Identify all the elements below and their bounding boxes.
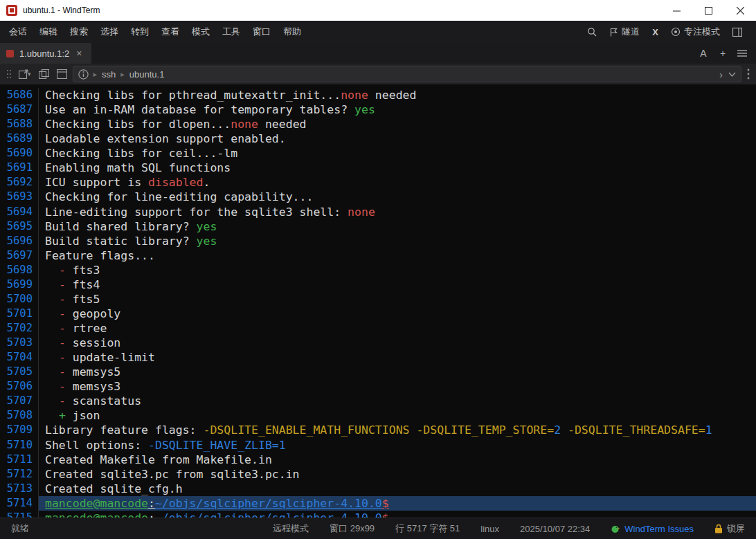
terminal-line: 5711Created Makefile from Makefile.in bbox=[0, 453, 756, 467]
line-text: Build shared library? yes bbox=[38, 219, 756, 234]
line-text: Library feature flags: -DSQLITE_ENABLE_M… bbox=[38, 423, 756, 437]
terminal-line: 5701 - geopoly bbox=[0, 307, 756, 321]
history-dropdown-icon[interactable] bbox=[728, 72, 736, 77]
go-chevron-icon[interactable]: › bbox=[719, 68, 723, 80]
windterm-issues-label: WindTerm Issues bbox=[624, 524, 694, 534]
line-number: 5708 bbox=[0, 408, 33, 423]
terminal-line: 5700 - fts5 bbox=[0, 292, 756, 307]
focus-mode-label: 专注模式 bbox=[684, 26, 720, 38]
tab-bar-right: A + bbox=[695, 43, 756, 64]
menu-item[interactable]: 窗口 bbox=[246, 21, 277, 43]
menu-item[interactable]: 编辑 bbox=[33, 21, 64, 43]
terminal-line: 5705 - memsys5 bbox=[0, 365, 756, 379]
tab-ubuntu-1[interactable]: 1.ubuntu.1:2 × bbox=[0, 43, 91, 64]
line-text: - scanstatus bbox=[38, 394, 756, 408]
breadcrumb-protocol[interactable]: ssh bbox=[102, 69, 116, 80]
line-number: 5706 bbox=[0, 379, 33, 394]
search-icon bbox=[587, 27, 597, 37]
terminal-line: 5715mancode@mancode:~/objs/sqlcipher/sql… bbox=[0, 511, 756, 518]
terminal-view[interactable]: 5686Checking libs for pthread_mutexattr_… bbox=[0, 84, 756, 518]
status-cursor-position[interactable]: 行 5717 字符 51 bbox=[395, 522, 460, 535]
terminal-line: 5692ICU support is disabled. bbox=[0, 175, 756, 190]
line-text: - memsys3 bbox=[38, 379, 756, 394]
duplicate-session-button[interactable] bbox=[37, 66, 51, 82]
menu-bar: 会话编辑搜索选择转到查看模式工具窗口帮助 隧道 X 专注模式 bbox=[0, 21, 756, 43]
open-session-button[interactable]: ▾ bbox=[17, 66, 33, 82]
lock-screen-button[interactable]: 锁屏 bbox=[714, 522, 745, 535]
maximize-button[interactable] bbox=[692, 0, 724, 21]
menu-bar-items: 会话编辑搜索选择转到查看模式工具窗口帮助 bbox=[3, 21, 307, 43]
duplicate-icon bbox=[39, 69, 49, 79]
line-text: Created sqlite3.pc from sqlite3.pc.in bbox=[38, 467, 756, 482]
menu-item[interactable]: 选择 bbox=[94, 21, 125, 43]
breadcrumb-host[interactable]: ubuntu.1 bbox=[129, 69, 165, 80]
terminal-line: 5690Checking libs for ceil...-lm bbox=[0, 146, 756, 161]
x-server-label: X bbox=[652, 27, 658, 37]
session-list-button[interactable] bbox=[734, 45, 750, 62]
font-size-button[interactable]: A bbox=[695, 45, 712, 62]
breadcrumb-arrow-icon: ▸ bbox=[93, 70, 98, 79]
close-icon bbox=[737, 7, 744, 15]
status-mode[interactable]: 远程模式 bbox=[273, 522, 309, 535]
line-number: 5703 bbox=[0, 336, 33, 350]
status-bar-right: 远程模式 窗口 29x99 行 5717 字符 51 linux 2025/10… bbox=[273, 522, 745, 535]
menu-item[interactable]: 转到 bbox=[125, 21, 155, 43]
line-text: Checking libs for pthread_mutexattr_init… bbox=[38, 88, 756, 102]
line-text: Checking libs for ceil...-lm bbox=[38, 146, 756, 161]
terminal-line: 5710Shell options: -DSQLITE_HAVE_ZLIB=1 bbox=[0, 438, 756, 453]
menu-item[interactable]: 模式 bbox=[186, 21, 216, 43]
line-text: mancode@mancode:~/objs/sqlcipher/sqlciph… bbox=[38, 511, 756, 518]
tunnel-button[interactable]: 隧道 bbox=[604, 23, 645, 41]
terminal-line: 5686Checking libs for pthread_mutexattr_… bbox=[0, 88, 756, 102]
menu-item[interactable]: 帮助 bbox=[277, 21, 307, 43]
line-number: 5687 bbox=[0, 102, 33, 117]
line-text: - memsys5 bbox=[38, 365, 756, 379]
terminal-line: 5708 + json bbox=[0, 408, 756, 423]
focus-mode-button[interactable]: 专注模式 bbox=[665, 23, 726, 41]
line-number: 5697 bbox=[0, 248, 33, 263]
address-bar[interactable]: ▸ ssh ▸ ubuntu.1 › bbox=[73, 66, 741, 82]
status-os-type[interactable]: linux bbox=[480, 524, 499, 534]
bird-icon bbox=[611, 524, 620, 533]
line-number: 5715 bbox=[0, 511, 33, 518]
line-text: Created sqlite_cfg.h bbox=[38, 482, 756, 496]
clone-tab-button[interactable] bbox=[55, 66, 69, 82]
window-controls bbox=[660, 0, 756, 21]
menu-item[interactable]: 工具 bbox=[216, 21, 246, 43]
line-number: 5705 bbox=[0, 365, 33, 379]
tunnel-flag-icon bbox=[609, 28, 618, 37]
line-number: 5709 bbox=[0, 423, 33, 437]
close-button[interactable] bbox=[724, 0, 756, 21]
window-title: ubuntu.1 - WindTerm bbox=[23, 6, 100, 15]
layout-panel-icon bbox=[732, 28, 742, 37]
toolbar-overflow-button[interactable] bbox=[745, 66, 752, 82]
line-text: - fts4 bbox=[38, 277, 756, 292]
layout-panel-button[interactable] bbox=[727, 23, 748, 41]
session-state-icon bbox=[6, 50, 14, 57]
menu-item[interactable]: 搜索 bbox=[64, 21, 94, 43]
status-window-size[interactable]: 窗口 29x99 bbox=[330, 522, 375, 535]
line-number: 5711 bbox=[0, 453, 33, 467]
line-number: 5712 bbox=[0, 467, 33, 482]
menu-item[interactable]: 会话 bbox=[3, 21, 33, 43]
line-number: 5707 bbox=[0, 394, 33, 408]
search-button[interactable] bbox=[582, 23, 602, 41]
line-number: 5710 bbox=[0, 438, 33, 453]
line-text: - session bbox=[38, 336, 756, 350]
terminal-line: 5687Use an in-RAM database for temporary… bbox=[0, 102, 756, 117]
drag-handle[interactable] bbox=[4, 66, 13, 82]
windterm-issues-link[interactable]: WindTerm Issues bbox=[611, 524, 694, 534]
terminal-line: 5689Loadable extension support enabled. bbox=[0, 131, 756, 146]
line-number: 5695 bbox=[0, 219, 33, 234]
terminal-line: 5713Created sqlite_cfg.h bbox=[0, 482, 756, 496]
menu-item[interactable]: 查看 bbox=[155, 21, 186, 43]
terminal-line: 5699 - fts4 bbox=[0, 277, 756, 292]
breadcrumb-arrow-icon: ▸ bbox=[120, 70, 125, 79]
tab-close-icon[interactable]: × bbox=[75, 48, 83, 58]
line-number: 5690 bbox=[0, 146, 33, 161]
minimize-button[interactable] bbox=[660, 0, 692, 21]
clone-tab-icon bbox=[57, 69, 67, 79]
new-tab-button[interactable]: + bbox=[714, 45, 731, 62]
terminal-line: 5691Enabling math SQL functions bbox=[0, 161, 756, 175]
x-server-button[interactable]: X bbox=[647, 23, 664, 41]
